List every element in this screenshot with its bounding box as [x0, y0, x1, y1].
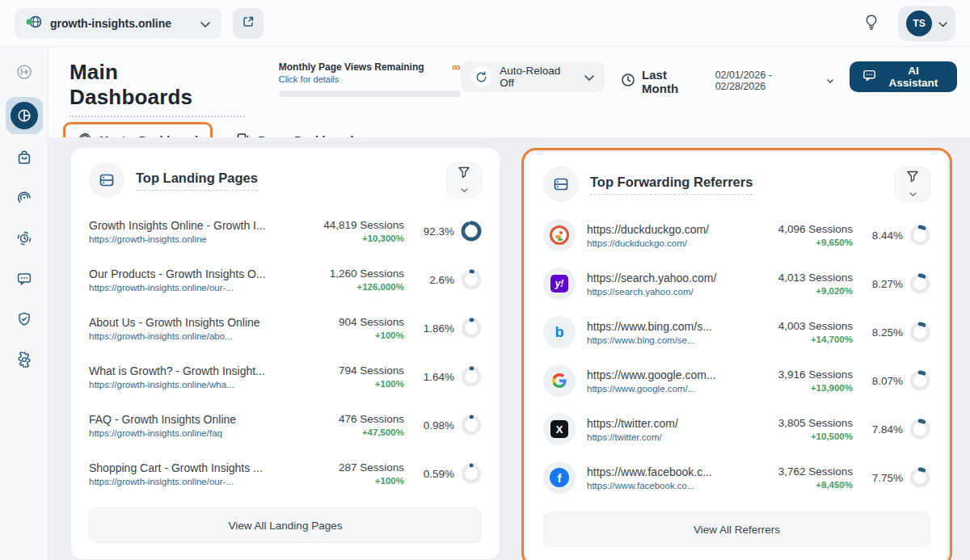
- page-url-link[interactable]: https://growth-insights.online/faq: [89, 428, 306, 438]
- sidebar-item-dashboards[interactable]: [6, 97, 43, 134]
- website-selector[interactable]: growth-insights.online: [15, 8, 221, 39]
- sessions-value: 44,819 Sessions: [306, 219, 404, 231]
- sidebar-item-feedback[interactable]: [8, 263, 40, 296]
- landing-pages-list: Growth Insights Online - Growth I... htt…: [89, 207, 482, 498]
- yahoo-icon: y!: [543, 267, 576, 300]
- chevron-down-icon: [200, 16, 210, 31]
- referrers-list: https://duckduckgo.com/ https://duckduck…: [543, 211, 930, 502]
- referrer-url-link[interactable]: https://twitter.com/: [587, 432, 754, 442]
- sidebar-item-ecommerce[interactable]: [8, 142, 40, 175]
- filter-button[interactable]: [895, 166, 930, 202]
- chevron-down-icon: [584, 69, 594, 84]
- change-badge: +100%: [306, 476, 404, 486]
- quota-progress-bar: [279, 91, 461, 97]
- table-row[interactable]: y! https://search.yahoo.com/ https://sea…: [543, 259, 930, 308]
- change-badge: +14,700%: [754, 335, 853, 344]
- donut-chart: [909, 273, 930, 294]
- page-url-link[interactable]: https://growth-insights.online/abo...: [89, 331, 306, 341]
- user-avatar: TS: [906, 11, 932, 36]
- donut-chart: [461, 269, 482, 290]
- table-row[interactable]: https://duckduckgo.com/ https://duckduck…: [543, 211, 930, 259]
- sidebar-item-privacy[interactable]: [8, 304, 40, 336]
- twitter-x-icon: X: [543, 413, 576, 445]
- sidebar-item-session-recordings[interactable]: [8, 223, 40, 255]
- sidebar-item-settings[interactable]: [8, 344, 40, 377]
- page-url-link[interactable]: https://growth-insights.online/wha...: [89, 380, 306, 389]
- referrer-url-link[interactable]: https://www.google.com/...: [587, 384, 754, 394]
- user-menu[interactable]: TS: [898, 6, 955, 41]
- percent-value: 8.44%: [872, 229, 903, 242]
- table-row[interactable]: Our Products - Growth Insights O... http…: [89, 255, 482, 304]
- annotation-highlight-referrers-card: Top Forwarding Referrers: [521, 148, 952, 560]
- change-badge: +47,500%: [306, 427, 404, 437]
- ai-assistant-button[interactable]: AI Assistant: [850, 61, 957, 92]
- table-row[interactable]: Shopping Cart - Growth Insights ... http…: [89, 449, 482, 498]
- table-row[interactable]: b https://www.bing.com/s... https://www.…: [543, 308, 930, 356]
- chevron-down-icon: [938, 16, 947, 31]
- referrer-title-text: https://www.facebook.c...: [587, 465, 754, 478]
- sidebar-item-behaviour[interactable]: [8, 183, 40, 215]
- referrer-url-link[interactable]: https://www.bing.com/se...: [587, 335, 754, 345]
- table-row[interactable]: About Us - Growth Insights Online https:…: [89, 304, 482, 352]
- referrer-url-link[interactable]: https://search.yahoo.com/: [587, 287, 754, 297]
- referrer-url-link[interactable]: https://www.facebook.co...: [587, 481, 754, 491]
- table-row[interactable]: FAQ - Growth Insights Online https://gro…: [89, 401, 482, 449]
- referrer-title-text: https://search.yahoo.com/: [587, 272, 754, 284]
- percent-value: 92.3%: [424, 225, 454, 238]
- change-badge: +126,000%: [306, 282, 404, 292]
- percent-value: 7.75%: [872, 472, 903, 484]
- sidebar-nav: [0, 47, 48, 560]
- page-url-link[interactable]: https://growth-insights.online/our-...: [89, 283, 306, 293]
- page-title-text: Our Products - Growth Insights O...: [89, 267, 306, 280]
- table-row[interactable]: Growth Insights Online - Growth I... htt…: [89, 207, 482, 255]
- page-url-link[interactable]: https://growth-insights.online: [89, 234, 306, 244]
- donut-chart: [909, 322, 930, 343]
- date-range-picker[interactable]: 02/01/2026 - 02/28/2026: [715, 69, 833, 92]
- tips-button[interactable]: [856, 8, 887, 39]
- referrer-url-link[interactable]: https://duckduckgo.com/: [587, 238, 754, 248]
- table-row[interactable]: What is Growth? - Growth Insight... http…: [89, 352, 482, 401]
- session-target-clock-icon: [16, 230, 32, 249]
- spiral-icon: [16, 190, 32, 208]
- view-all-landing-pages-button[interactable]: View All Landing Pages: [89, 507, 482, 543]
- view-all-referrers-button[interactable]: View All Referrers: [543, 512, 930, 547]
- card-title: Top Forwarding Referrers: [590, 175, 753, 195]
- change-badge: +10,300%: [306, 234, 404, 243]
- change-badge: +8,450%: [754, 480, 853, 490]
- period-selector[interactable]: Last Month: [621, 68, 706, 95]
- sessions-value: 794 Sessions: [306, 364, 404, 377]
- donut-chart: [461, 415, 482, 436]
- external-link-icon: [242, 15, 255, 31]
- table-row[interactable]: f https://www.facebook.c... https://www.…: [543, 453, 930, 502]
- donut-chart: [461, 366, 482, 387]
- percent-value: 8.27%: [872, 278, 903, 290]
- lightbulb-icon: [863, 14, 879, 33]
- donut-chart: [461, 463, 482, 484]
- percent-value: 2.6%: [429, 274, 454, 286]
- page-title: Main Dashboards: [70, 60, 245, 117]
- donut-chart: [461, 318, 482, 339]
- auto-reload-dropdown[interactable]: Auto-Reload Off: [461, 61, 605, 92]
- period-label: Last Month: [642, 68, 706, 95]
- table-row[interactable]: https://www.google.com... https://www.go…: [543, 356, 930, 405]
- page-url-link[interactable]: https://growth-insights.online/our-...: [89, 477, 306, 486]
- funnel-icon: [458, 166, 470, 181]
- top-bar: growth-insights.online TS: [0, 0, 970, 47]
- donut-chart: [461, 221, 482, 242]
- page-title-text: About Us - Growth Insights Online: [89, 316, 306, 329]
- sessions-value: 3,762 Sessions: [754, 465, 853, 478]
- table-row[interactable]: X https://twitter.com/ https://twitter.c…: [543, 405, 930, 453]
- change-badge: +100%: [306, 379, 404, 389]
- open-website-button[interactable]: [233, 8, 264, 39]
- website-name: growth-insights.online: [50, 17, 171, 30]
- collapse-arrow-icon: [16, 64, 32, 82]
- donut-chart: [909, 225, 930, 246]
- chat-bubble-icon: [16, 271, 32, 289]
- filter-button[interactable]: [446, 162, 482, 198]
- sessions-value: 3,916 Sessions: [754, 368, 853, 381]
- quota-details-link[interactable]: Click for details: [279, 74, 452, 84]
- bing-icon: b: [543, 316, 576, 348]
- facebook-icon: f: [543, 461, 576, 494]
- chevron-down-icon: [909, 187, 917, 199]
- sidebar-collapse-button[interactable]: [8, 57, 40, 89]
